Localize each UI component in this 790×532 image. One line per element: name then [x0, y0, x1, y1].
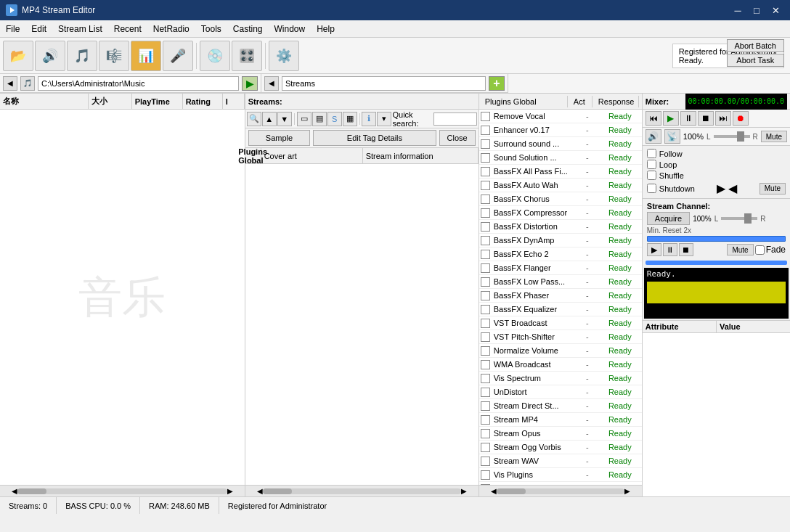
plugin-checkbox-10[interactable]: [479, 250, 492, 259]
plugin-checkbox-15[interactable]: [479, 319, 492, 328]
menu-tools[interactable]: Tools: [195, 20, 227, 37]
plugin-list-item[interactable]: Vis Plugins - Ready: [479, 468, 642, 482]
plugin-checkbox-1[interactable]: [479, 126, 492, 135]
streams-path-input[interactable]: [282, 76, 486, 91]
plugin-list-item[interactable]: Sound Solution ... - Ready: [479, 151, 642, 165]
stop-button[interactable]: ⏹: [698, 111, 714, 126]
plugin-checkbox-6[interactable]: [479, 195, 492, 204]
streams-close-button[interactable]: Close: [439, 130, 476, 146]
plugin-list-item[interactable]: BassFX Flanger - Ready: [479, 261, 642, 275]
plugin-list-item[interactable]: Stream Opus - Ready: [479, 427, 642, 441]
plugin-checkbox-14[interactable]: [479, 305, 492, 314]
plugin-checkbox-13[interactable]: [479, 291, 492, 300]
plugin-list-item[interactable]: Normalize Volume - Ready: [479, 344, 642, 358]
streams-scrollbar-h[interactable]: ◀ ▶: [245, 485, 479, 496]
plugin-checkbox-20[interactable]: [479, 388, 492, 397]
plugin-checkbox-5[interactable]: [479, 181, 492, 190]
loop-checkbox[interactable]: [647, 160, 656, 169]
plugin-checkbox-0[interactable]: [479, 112, 492, 121]
streams-list[interactable]: [245, 164, 479, 485]
plugins-scroll-left[interactable]: ◀: [491, 487, 497, 495]
plugin-list-item[interactable]: BassFX All Pass Fi... - Ready: [479, 165, 642, 179]
plugin-list-item[interactable]: BassFX Equalizer - Ready: [479, 303, 642, 316]
streams-dropdown-button[interactable]: ▾: [377, 112, 391, 126]
toolbar-settings2-button[interactable]: 🎛️: [232, 41, 262, 71]
plugins-scroll-thumb[interactable]: [497, 488, 526, 494]
abort-batch-button[interactable]: Abort Batch: [727, 39, 784, 52]
vol-icon-button[interactable]: 🔊: [646, 129, 661, 144]
plugin-list-item[interactable]: Stream WAV - Ready: [479, 454, 642, 468]
plugin-checkbox-4[interactable]: [479, 167, 492, 176]
close-button[interactable]: ✕: [767, 3, 784, 17]
streams-up-button[interactable]: ▲: [262, 112, 277, 126]
quick-search-input[interactable]: [433, 112, 477, 126]
plugin-list-item[interactable]: Stream Direct St... - Ready: [479, 399, 642, 413]
shuffle-checkbox[interactable]: [647, 171, 656, 180]
plugin-checkbox-2[interactable]: [479, 139, 492, 149]
rss-icon-button[interactable]: 📡: [664, 129, 680, 144]
streams-scroll-right[interactable]: ▶: [461, 487, 467, 495]
toolbar-record-button[interactable]: 🎤: [163, 41, 193, 71]
plugin-list-item[interactable]: VST Pitch-Shifter - Ready: [479, 330, 642, 344]
plugin-checkbox-16[interactable]: [479, 332, 492, 342]
plugin-checkbox-8[interactable]: [479, 222, 492, 232]
edit-tag-details-button[interactable]: Edit Tag Details: [313, 130, 436, 146]
menu-window[interactable]: Window: [268, 20, 311, 37]
stream-mute-button[interactable]: Mute: [727, 244, 753, 255]
sample-button[interactable]: Sample: [248, 130, 311, 146]
menu-casting[interactable]: Casting: [227, 20, 269, 37]
streams-scroll-left[interactable]: ◀: [257, 487, 263, 495]
path-nav-back-button[interactable]: ◀: [3, 76, 17, 91]
collapse-icon[interactable]: ◀: [728, 181, 737, 195]
plugin-checkbox-24[interactable]: [479, 443, 492, 452]
streams-info-button[interactable]: ℹ: [362, 112, 376, 126]
plugin-checkbox-3[interactable]: [479, 153, 492, 163]
plugin-checkbox-9[interactable]: [479, 236, 492, 245]
file-list-area[interactable]: 音乐: [0, 110, 245, 485]
pause-button[interactable]: ⏸: [680, 111, 696, 126]
streams-scroll-thumb[interactable]: [263, 488, 292, 494]
plugin-checkbox-25[interactable]: [479, 457, 492, 466]
toolbar-chart-button[interactable]: 📊: [131, 41, 161, 71]
stream-stop-button[interactable]: ⏹: [679, 243, 693, 256]
menu-recent[interactable]: Recent: [108, 20, 147, 37]
streams-nav-back-button[interactable]: ◀: [264, 76, 279, 91]
plugin-list-item[interactable]: BassFX Phaser - Ready: [479, 289, 642, 303]
follow-checkbox[interactable]: [647, 149, 656, 158]
plugin-checkbox-22[interactable]: [479, 415, 492, 425]
streams-btn6[interactable]: ▦: [343, 112, 357, 126]
stream-vol-slider[interactable]: [721, 217, 757, 220]
streams-btn5[interactable]: S: [327, 112, 342, 126]
plugin-checkbox-12[interactable]: [479, 277, 492, 287]
main-progress-bar[interactable]: [646, 261, 787, 265]
plugin-checkbox-11[interactable]: [479, 263, 492, 273]
plugin-checkbox-23[interactable]: [479, 429, 492, 438]
plugin-checkbox-17[interactable]: [479, 346, 492, 356]
plugin-list-item[interactable]: BassFX Compressor - Ready: [479, 206, 642, 220]
forward-button[interactable]: ⏭: [715, 111, 731, 126]
fade-checkbox[interactable]: [755, 245, 765, 255]
streams-search-button[interactable]: 🔍: [247, 112, 261, 126]
plugin-list-item[interactable]: Vis Spectrum - Ready: [479, 372, 642, 385]
mute-button[interactable]: Mute: [761, 131, 787, 142]
plugin-list-item[interactable]: Surround sound ... - Ready: [479, 137, 642, 151]
toolbar-open-button[interactable]: 📂: [3, 41, 33, 71]
rewind-button[interactable]: ⏮: [646, 111, 661, 126]
streams-btn3[interactable]: ▭: [297, 112, 311, 126]
menu-netradio[interactable]: NetRadio: [147, 20, 195, 37]
stream-pause-button[interactable]: ⏸: [663, 243, 677, 256]
menu-streamlist[interactable]: Stream List: [52, 20, 108, 37]
toolbar-disc-button[interactable]: 💿: [200, 41, 230, 71]
path-nav-up-button[interactable]: 🎵: [20, 76, 35, 91]
plugin-list-item[interactable]: Remove Vocal - Ready: [479, 110, 642, 123]
plugin-list-item[interactable]: UnDistort - Ready: [479, 385, 642, 399]
menu-edit[interactable]: Edit: [25, 20, 52, 37]
shutdown-checkbox[interactable]: [647, 184, 656, 193]
plugin-checkbox-19[interactable]: [479, 374, 492, 383]
path-go-button[interactable]: ▶: [242, 76, 258, 91]
plugin-list-item[interactable]: Stream MP4 - Ready: [479, 413, 642, 427]
streams-add-button[interactable]: +: [489, 76, 505, 91]
plugin-checkbox-7[interactable]: [479, 208, 492, 218]
toolbar-settings-button[interactable]: ⚙️: [269, 41, 299, 71]
plugin-list-item[interactable]: Enhancer v0.17 - Ready: [479, 123, 642, 137]
